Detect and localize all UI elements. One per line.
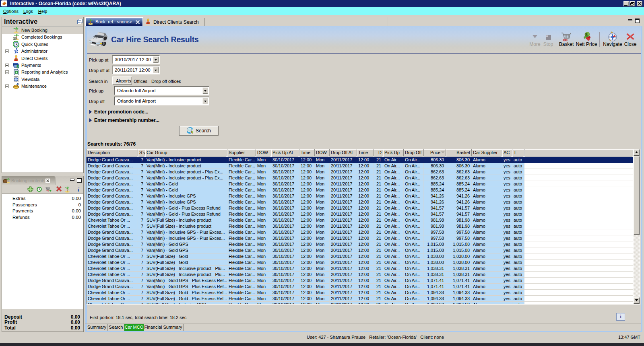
svg-text:$: $ [17,64,19,69]
